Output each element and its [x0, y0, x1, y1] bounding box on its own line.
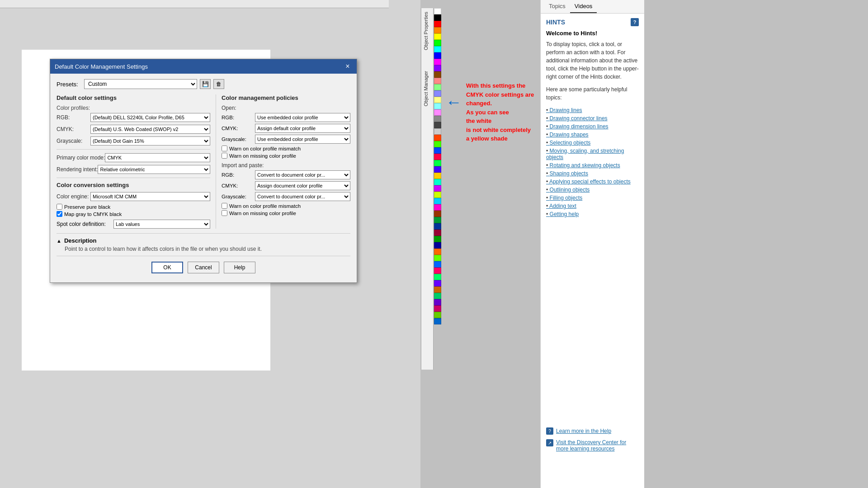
color-swatch[interactable] — [434, 14, 441, 21]
spot-select[interactable]: Lab values — [113, 220, 210, 229]
color-swatch[interactable] — [434, 97, 441, 103]
hints-link-rotating[interactable]: Rotating and skewing objects — [546, 161, 639, 169]
open-warn-missing-checkbox[interactable] — [222, 153, 227, 159]
color-swatch[interactable] — [434, 312, 441, 318]
color-swatch[interactable] — [434, 46, 441, 52]
hints-link-shaping[interactable]: Shaping objects — [546, 169, 639, 178]
color-swatch[interactable] — [434, 305, 441, 312]
right-column: Color management policies Open: RGB: Use… — [216, 94, 350, 229]
color-swatch[interactable] — [434, 65, 441, 71]
object-properties-tab[interactable]: Object Properties — [421, 8, 430, 54]
tab-videos[interactable]: Videos — [570, 0, 597, 13]
open-warn-mismatch-checkbox[interactable] — [222, 145, 227, 151]
color-swatch[interactable] — [434, 78, 441, 84]
color-swatch[interactable] — [434, 255, 441, 261]
color-swatch[interactable] — [434, 122, 441, 128]
cancel-button[interactable]: Cancel — [188, 262, 219, 273]
color-swatch[interactable] — [434, 8, 441, 14]
hints-link-special-effects[interactable]: Applying special effects to objects — [546, 178, 639, 186]
import-cmyk-select[interactable]: Assign document color profile — [255, 181, 350, 190]
color-swatch[interactable] — [434, 147, 441, 154]
color-swatch[interactable] — [434, 71, 441, 78]
color-swatch[interactable] — [434, 21, 441, 27]
color-palette — [434, 8, 441, 487]
hints-link-selecting[interactable]: Selecting objects — [546, 139, 639, 147]
ok-button[interactable]: OK — [151, 262, 183, 273]
hints-link-connector-lines[interactable]: Drawing connector lines — [546, 114, 639, 122]
import-warn-mismatch-checkbox[interactable] — [222, 203, 227, 209]
hints-link-dimension-lines[interactable]: Drawing dimension lines — [546, 122, 639, 131]
hints-link-adding-text[interactable]: Adding text — [546, 202, 639, 210]
visit-discovery-link[interactable]: ↗ Visit the Discovery Center for more le… — [546, 439, 639, 452]
hints-link-outlining[interactable]: Outlining objects — [546, 186, 639, 194]
color-swatch[interactable] — [434, 299, 441, 305]
map-gray-checkbox[interactable] — [57, 211, 62, 217]
color-swatch[interactable] — [434, 204, 441, 211]
rendering-intent-select[interactable]: Relative colorimetric — [98, 165, 210, 174]
ruler-horizontal — [0, 0, 389, 8]
help-button[interactable]: Help — [224, 262, 255, 273]
hints-help-icon[interactable]: ? — [631, 18, 639, 26]
color-swatch[interactable] — [434, 27, 441, 33]
object-manager-tab[interactable]: Object Manager — [421, 67, 430, 110]
learn-more-link[interactable]: ? Learn more in the Help — [546, 427, 639, 435]
color-swatch[interactable] — [434, 160, 441, 166]
color-swatch[interactable] — [434, 135, 441, 141]
annotation-text: With this settings the CMYK color settin… — [466, 81, 538, 143]
color-swatch[interactable] — [434, 261, 441, 267]
color-swatch[interactable] — [434, 242, 441, 249]
tab-topics[interactable]: Topics — [544, 0, 570, 13]
import-warn-missing-checkbox[interactable] — [222, 210, 227, 216]
open-cmyk-select[interactable]: Assign default color profile — [255, 124, 350, 133]
color-swatch[interactable] — [434, 59, 441, 65]
color-swatch[interactable] — [434, 217, 441, 223]
hints-link-getting-help[interactable]: Getting help — [546, 210, 639, 218]
color-swatch[interactable] — [434, 154, 441, 160]
open-rgb-select[interactable]: Use embedded color profile — [255, 113, 350, 122]
color-swatch[interactable] — [434, 116, 441, 122]
color-swatch[interactable] — [434, 249, 441, 255]
hints-link-shapes[interactable]: Drawing shapes — [546, 131, 639, 139]
hints-link-moving[interactable]: Moving, scaling, and stretching objects — [546, 147, 639, 161]
import-grayscale-select[interactable]: Convert to document color pr... — [255, 192, 350, 201]
grayscale-profile-select[interactable]: (Default) Dot Gain 15% — [90, 136, 210, 145]
presets-select[interactable]: Custom — [84, 79, 197, 89]
color-swatch[interactable] — [434, 198, 441, 204]
cmyk-profile-select[interactable]: (Default) U.S. Web Coated (SWOP) v2 — [90, 125, 210, 134]
color-swatch[interactable] — [434, 166, 441, 173]
color-swatch[interactable] — [434, 103, 441, 109]
color-swatch[interactable] — [434, 173, 441, 179]
color-swatch[interactable] — [434, 185, 441, 192]
rgb-profile-select[interactable]: (Default) DELL S2240L Color Profile, D65 — [90, 113, 210, 122]
open-grayscale-select[interactable]: Use embedded color profile — [255, 135, 350, 144]
color-swatch[interactable] — [434, 286, 441, 293]
color-swatch[interactable] — [434, 128, 441, 135]
delete-preset-button[interactable]: 🗑 — [213, 79, 224, 89]
save-preset-button[interactable]: 💾 — [200, 79, 211, 89]
color-swatch[interactable] — [434, 33, 441, 40]
color-swatch[interactable] — [434, 230, 441, 236]
color-swatch[interactable] — [434, 90, 441, 97]
engine-select[interactable]: Microsoft ICM CMM — [90, 192, 210, 201]
color-swatch[interactable] — [434, 109, 441, 116]
color-swatch[interactable] — [434, 236, 441, 242]
color-swatch[interactable] — [434, 84, 441, 90]
hints-link-filling[interactable]: Filling objects — [546, 194, 639, 202]
dialog-close-button[interactable]: × — [343, 62, 352, 71]
color-swatch[interactable] — [434, 223, 441, 230]
preserve-black-checkbox[interactable] — [57, 204, 62, 210]
hints-link-drawing-lines[interactable]: Drawing lines — [546, 106, 639, 114]
color-swatch[interactable] — [434, 267, 441, 274]
color-swatch[interactable] — [434, 293, 441, 299]
import-rgb-select[interactable]: Convert to document color pr... — [255, 170, 350, 179]
color-swatch[interactable] — [434, 280, 441, 286]
color-swatch[interactable] — [434, 192, 441, 198]
primary-mode-select[interactable]: CMYK — [105, 153, 210, 162]
color-swatch[interactable] — [434, 318, 441, 324]
color-swatch[interactable] — [434, 274, 441, 280]
color-swatch[interactable] — [434, 52, 441, 59]
color-swatch[interactable] — [434, 40, 441, 46]
color-swatch[interactable] — [434, 211, 441, 217]
color-swatch[interactable] — [434, 141, 441, 147]
color-swatch[interactable] — [434, 179, 441, 185]
